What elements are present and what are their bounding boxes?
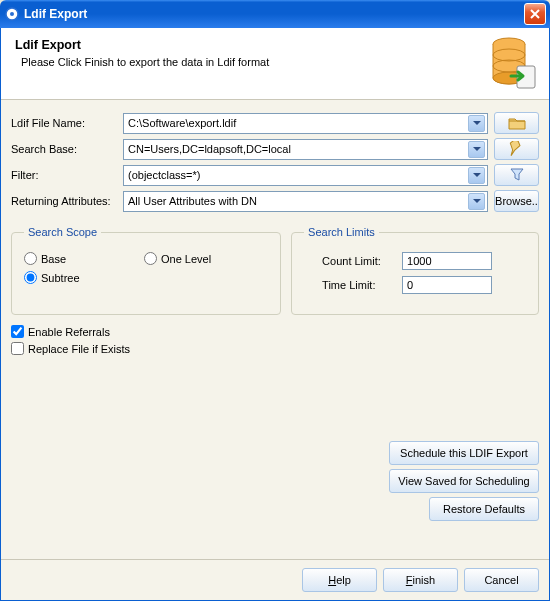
finish-label: Finish — [406, 574, 435, 586]
scope-onelevel-label: One Level — [161, 253, 211, 265]
schedule-export-button[interactable]: Schedule this LDIF Export — [389, 441, 539, 465]
view-saved-label: View Saved for Scheduling — [398, 475, 529, 487]
database-export-icon — [489, 36, 539, 94]
search-scope-group: Search Scope Base One Level Subtree — [11, 226, 281, 315]
title-bar: Ldif Export — [0, 0, 550, 28]
scope-subtree-label: Subtree — [41, 272, 80, 284]
returning-attrs-label: Returning Attributes: — [11, 195, 123, 207]
schedule-label: Schedule this LDIF Export — [400, 447, 528, 459]
scope-base-radio[interactable]: Base — [24, 252, 114, 265]
file-name-value: C:\Software\export.ldif — [128, 117, 468, 129]
time-limit-input[interactable] — [402, 276, 492, 294]
finish-button[interactable]: Finish — [383, 568, 458, 592]
chevron-down-icon[interactable] — [468, 115, 485, 132]
returning-attrs-combo[interactable]: All User Attributes with DN — [123, 191, 488, 212]
help-button[interactable]: Help — [302, 568, 377, 592]
window-title: Ldif Export — [24, 7, 524, 21]
search-limits-group: Search Limits Count Limit: Time Limit: — [291, 226, 539, 315]
app-icon — [4, 6, 20, 22]
restore-defaults-button[interactable]: Restore Defaults — [429, 497, 539, 521]
filter-editor-button[interactable] — [494, 164, 539, 186]
file-name-combo[interactable]: C:\Software\export.ldif — [123, 113, 488, 134]
count-limit-input[interactable] — [402, 252, 492, 270]
search-base-value: CN=Users,DC=ldapsoft,DC=local — [128, 143, 468, 155]
scope-base-label: Base — [41, 253, 66, 265]
cancel-label: Cancel — [484, 574, 518, 586]
help-label: Help — [328, 574, 351, 586]
search-limits-legend: Search Limits — [304, 226, 379, 238]
filter-label: Filter: — [11, 169, 123, 181]
page-title: Ldif Export — [15, 38, 535, 52]
search-base-picker-button[interactable] — [494, 138, 539, 160]
replace-file-check[interactable]: Replace File if Exists — [11, 342, 539, 355]
count-limit-label: Count Limit: — [322, 255, 402, 267]
cancel-button[interactable]: Cancel — [464, 568, 539, 592]
returning-attrs-value: All User Attributes with DN — [128, 195, 468, 207]
restore-label: Restore Defaults — [443, 503, 525, 515]
browse-file-button[interactable] — [494, 112, 539, 134]
browse-label: Browse.. — [495, 195, 538, 207]
filter-value: (objectclass=*) — [128, 169, 468, 181]
browse-attrs-button[interactable]: Browse.. — [494, 190, 539, 212]
svg-point-1 — [10, 12, 14, 16]
scope-onelevel-radio[interactable]: One Level — [144, 252, 234, 265]
search-scope-legend: Search Scope — [24, 226, 101, 238]
page-subtitle: Please Click Finish to export the data i… — [15, 56, 535, 68]
search-base-combo[interactable]: CN=Users,DC=ldapsoft,DC=local — [123, 139, 488, 160]
chevron-down-icon[interactable] — [468, 167, 485, 184]
enable-referrals-check[interactable]: Enable Referrals — [11, 325, 539, 338]
chevron-down-icon[interactable] — [468, 193, 485, 210]
replace-file-label: Replace File if Exists — [28, 343, 130, 355]
enable-referrals-label: Enable Referrals — [28, 326, 110, 338]
view-saved-button[interactable]: View Saved for Scheduling — [389, 469, 539, 493]
chevron-down-icon[interactable] — [468, 141, 485, 158]
wizard-header: Ldif Export Please Click Finish to expor… — [1, 28, 549, 100]
button-bar: Help Finish Cancel — [1, 559, 549, 600]
search-base-label: Search Base: — [11, 143, 123, 155]
file-name-label: Ldif File Name: — [11, 117, 123, 129]
filter-combo[interactable]: (objectclass=*) — [123, 165, 488, 186]
time-limit-label: Time Limit: — [322, 279, 402, 291]
scope-subtree-radio[interactable]: Subtree — [24, 271, 114, 284]
close-button[interactable] — [524, 3, 546, 25]
